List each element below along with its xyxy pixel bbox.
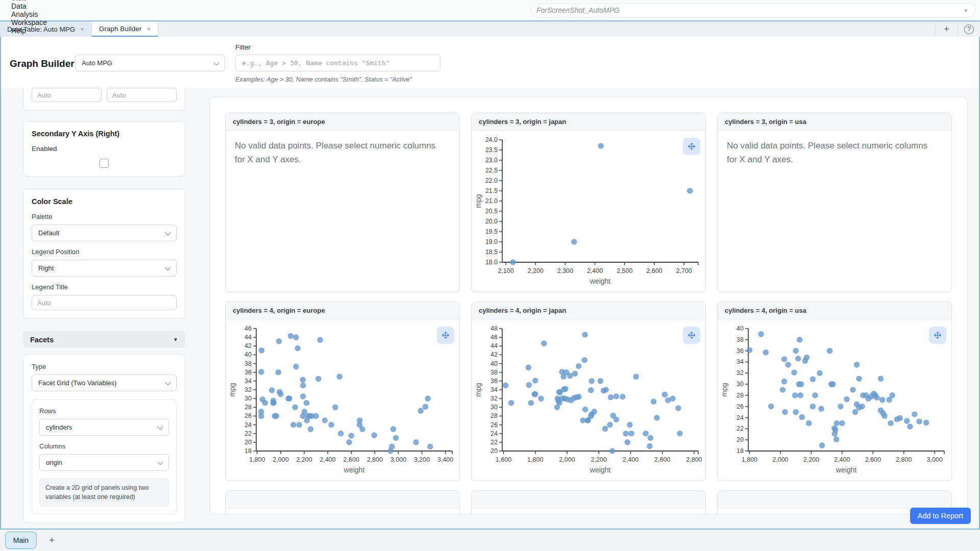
secondary-y-enabled-checkbox[interactable] [100,159,109,168]
facet-columns-value: origin [46,459,62,466]
color-scale-card: Color Scale Palette Default Legend Posit… [23,189,185,319]
dataset-select[interactable]: Auto MPG [75,55,225,71]
facet-panel: cylinders = 4, origin = japan20222426283… [471,302,706,481]
svg-text:38: 38 [491,369,498,376]
svg-text:34: 34 [737,358,744,365]
facet-rows-value: cylinders [46,423,72,431]
svg-text:18.5: 18.5 [485,248,498,256]
svg-text:20: 20 [491,447,498,455]
svg-text:26: 26 [491,421,498,429]
menu-item-help[interactable]: Help [11,27,47,35]
svg-text:44: 44 [244,334,252,341]
chevron-down-icon [165,379,170,385]
move-icon [439,329,452,341]
svg-text:18: 18 [737,447,744,455]
enabled-label: Enabled [32,145,177,153]
svg-text:48: 48 [491,325,498,332]
facet-panel-title: cylinders = 4, origin = japan [472,302,705,319]
legend-title-label: Legend Title [32,283,177,291]
tab-graph-builder[interactable]: Graph Builder× [92,21,158,37]
menu-item-workspace[interactable]: Workspace [11,18,47,27]
facet-grid: cylinders = 3, origin = europeNo valid d… [225,113,952,514]
move-panel-button[interactable] [683,138,700,155]
menu-bar: FileViewDataAnalysisWorkspaceHelp ForScr… [0,0,980,20]
svg-text:mpg: mpg [228,383,236,396]
tab-label: Graph Builder [99,25,141,33]
svg-text:2,400: 2,400 [320,456,335,463]
svg-text:24: 24 [491,430,498,437]
facet-panel-title [718,491,951,508]
tab-close-icon[interactable]: × [146,25,151,33]
svg-text:36: 36 [491,378,498,385]
filter-label: Filter [235,43,440,51]
workspace-tab-main[interactable]: Main [5,532,37,549]
svg-text:2,200: 2,200 [803,456,819,463]
dataset-select-value: Auto MPG [82,59,112,67]
legend-title-input[interactable] [32,295,177,310]
palette-select-value: Default [38,229,59,237]
palette-select[interactable]: Default [32,224,177,241]
axis-max-input[interactable] [107,88,177,102]
add-to-report-button[interactable]: Add to Report [910,508,971,524]
svg-text:21.0: 21.0 [485,197,498,205]
facet-panel-body [472,508,705,514]
svg-text:30: 30 [244,395,252,402]
svg-text:24: 24 [244,421,252,429]
workspace-name: ForScreenShot_AutoMPG [536,6,620,14]
no-data-message: No valid data points. Please select nume… [718,131,947,174]
workspace-tab-bar: Main + [0,530,980,551]
legend-position-select[interactable]: Right [32,260,177,277]
tab-close-icon[interactable]: × [80,26,84,33]
builder-header: Graph Builder Auto MPG Filter Examples: … [1,37,979,88]
filter-input[interactable] [235,55,440,71]
facet-panel: cylinders = 4, origin = europe1820222426… [225,302,460,481]
move-panel-button[interactable] [437,327,454,344]
legend-position-value: Right [38,264,54,272]
axis-min-input[interactable] [32,88,102,102]
svg-text:38: 38 [737,336,744,343]
add-workspace-tab-button[interactable]: + [49,535,55,546]
axis-range-card [23,88,185,111]
facet-panel-title: cylinders = 3, origin = japan [472,113,705,131]
move-panel-button[interactable] [683,327,700,344]
move-icon [932,329,944,341]
svg-text:2,800: 2,800 [896,456,912,463]
palette-label: Palette [32,213,177,220]
facet-rows-select[interactable]: cylinders [39,419,169,436]
svg-text:30: 30 [737,381,744,388]
svg-text:32: 32 [491,395,498,402]
facets-section-header[interactable]: Facets ▼ [23,331,185,348]
svg-text:2,800: 2,800 [686,456,702,463]
facet-panel-body: No valid data points. Please select nume… [718,131,951,292]
move-panel-button[interactable] [929,327,946,344]
svg-text:19.0: 19.0 [485,238,498,245]
facet-panel-partial [225,490,460,514]
facet-panel-title: cylinders = 3, origin = europe [226,113,459,131]
svg-text:42: 42 [244,342,252,349]
svg-text:3,000: 3,000 [390,456,406,463]
menu-item-data[interactable]: Data [11,2,47,10]
facet-panel-title: cylinders = 4, origin = usa [718,302,951,319]
facet-type-select[interactable]: Facet Grid (Two Variables) [32,374,177,391]
facet-panel-body: 1820222426283032343638404244461,8002,000… [226,322,459,481]
move-icon [685,329,698,341]
svg-text:2,500: 2,500 [617,267,632,274]
svg-text:34: 34 [491,386,498,393]
help-button[interactable]: ? [958,21,980,37]
menu-items: FileViewDataAnalysisWorkspaceHelp [11,0,62,35]
scatter-plot: 1820222426283032343638401,8002,0002,2002… [719,322,949,477]
facets-card: Type Facet Grid (Two Variables) Rows cyl… [23,354,185,523]
svg-text:22: 22 [737,425,744,432]
add-tab-button[interactable]: + [935,21,958,37]
legend-position-label: Legend Position [32,248,177,256]
facet-columns-select[interactable]: origin [39,454,169,471]
svg-text:22.5: 22.5 [485,167,498,174]
filter-examples: Examples: Age > 30, Name contains "Smith… [235,76,440,83]
chevron-down-icon[interactable]: ▾ [964,7,967,14]
workspace-name-input[interactable]: ForScreenShot_AutoMPG ▾ [531,3,976,17]
svg-text:44: 44 [491,342,498,349]
svg-text:weight: weight [590,466,611,474]
filter-block: Filter Examples: Age > 30, Name contains… [235,43,440,83]
menu-item-analysis[interactable]: Analysis [11,10,47,18]
svg-text:46: 46 [491,334,498,341]
